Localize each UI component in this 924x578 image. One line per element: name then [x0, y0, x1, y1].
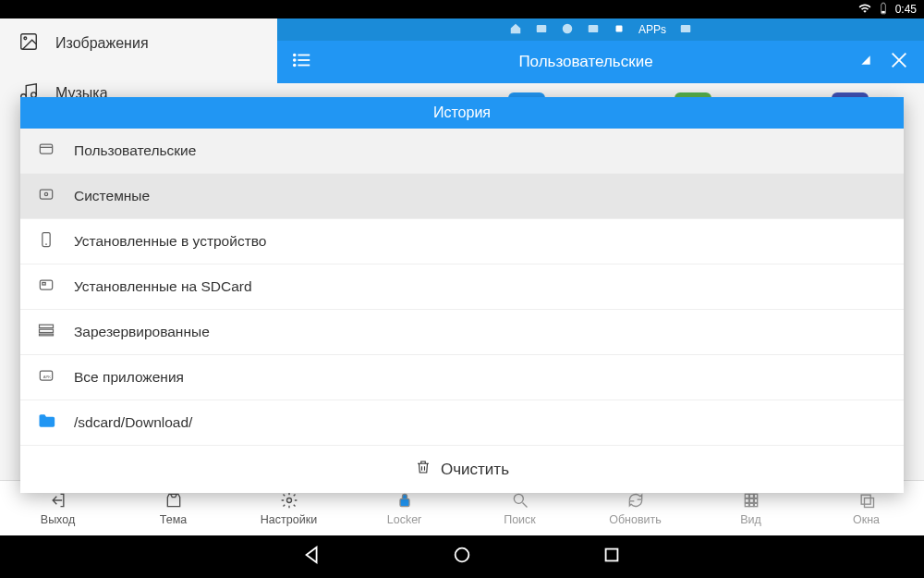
apps-user-icon: [37, 140, 55, 162]
svg-point-15: [294, 65, 296, 67]
apps-device-icon: [37, 230, 55, 252]
svg-rect-38: [745, 498, 748, 502]
svg-rect-37: [754, 494, 757, 498]
apps-apk-icon: APK: [37, 366, 55, 388]
status-time: 0:45: [895, 3, 917, 16]
history-item-all[interactable]: APK Все приложения: [20, 355, 904, 400]
history-item-sdcard[interactable]: Установленные на SDCard: [20, 264, 904, 310]
history-item-label: Системные: [74, 188, 150, 204]
svg-line-34: [522, 502, 527, 507]
battery-icon: [877, 2, 890, 18]
history-list: Пользовательские Системные Установленные…: [20, 129, 904, 446]
main-header: Пользовательские: [277, 41, 924, 83]
svg-rect-39: [749, 498, 753, 502]
svg-point-6: [563, 23, 573, 33]
svg-rect-36: [749, 494, 753, 498]
back-icon[interactable]: [302, 545, 322, 569]
globe-icon[interactable]: [561, 22, 574, 38]
clear-label: Очистить: [441, 461, 509, 479]
history-item-label: Установленные в устройство: [74, 233, 266, 250]
svg-rect-32: [400, 498, 409, 506]
history-item-system[interactable]: Системные: [20, 174, 904, 219]
folder-icon: [37, 412, 55, 434]
toolbar-label: Настройки: [261, 513, 317, 526]
svg-rect-9: [681, 24, 691, 31]
svg-rect-44: [861, 495, 870, 504]
apps-crumb-label[interactable]: APPs: [638, 23, 666, 36]
svg-point-31: [286, 498, 291, 502]
svg-rect-45: [864, 498, 873, 507]
svg-rect-8: [615, 25, 622, 31]
sidebar-item-images[interactable]: Изображения: [0, 18, 277, 68]
apps-sdcard-icon: [37, 276, 55, 298]
main-panel: APPs Пользовательские: [277, 18, 924, 83]
svg-rect-27: [40, 329, 54, 332]
wifi-icon: [858, 2, 871, 18]
history-item-label: Все приложения: [74, 369, 184, 386]
image-icon: [18, 31, 39, 55]
home-icon[interactable]: [509, 22, 522, 38]
sidebar-item-label: Изображения: [55, 35, 149, 52]
expand-icon[interactable]: [859, 54, 872, 70]
history-item-user[interactable]: Пользовательские: [20, 129, 904, 174]
svg-rect-26: [40, 325, 54, 327]
svg-rect-18: [40, 144, 52, 154]
card-icon[interactable]: [535, 22, 548, 38]
toolbar-label: Окна: [853, 513, 880, 526]
history-item-label: Пользовательские: [74, 142, 196, 159]
svg-rect-0: [881, 10, 885, 12]
home-nav-icon[interactable]: [452, 545, 472, 569]
toolbar-label: Обновить: [609, 513, 662, 526]
toolbar-label: Вид: [740, 513, 761, 526]
svg-rect-42: [749, 503, 753, 506]
history-item-label: /sdcard/Download/: [74, 414, 192, 431]
svg-text:APK: APK: [43, 375, 52, 379]
apps-system-icon: [37, 185, 55, 207]
close-icon[interactable]: [889, 50, 909, 74]
card2-icon[interactable]: [587, 22, 600, 38]
svg-rect-20: [40, 190, 52, 199]
clear-button[interactable]: Очистить: [20, 446, 904, 493]
history-modal: История Пользовательские Системные Устан…: [20, 97, 904, 493]
history-item-device[interactable]: Установленные в устройство: [20, 219, 904, 264]
svg-rect-7: [589, 24, 599, 31]
svg-point-33: [514, 494, 523, 503]
history-item-label: Зарезервированные: [74, 324, 210, 340]
history-item-label: Установленные на SDCard: [74, 278, 252, 295]
recent-icon[interactable]: [602, 545, 622, 569]
trash-icon: [415, 459, 432, 480]
list-icon[interactable]: [292, 50, 312, 74]
svg-point-2: [24, 37, 27, 40]
status-bar: 0:45: [0, 0, 924, 18]
toolbar-label: Выход: [41, 513, 75, 526]
svg-rect-43: [754, 503, 757, 506]
svg-rect-25: [43, 283, 45, 286]
main-header-title: Пользовательские: [312, 53, 859, 71]
svg-rect-41: [745, 503, 748, 506]
svg-point-14: [294, 59, 296, 61]
svg-point-21: [44, 192, 47, 195]
svg-rect-5: [537, 24, 547, 31]
svg-point-13: [294, 55, 296, 56]
card3-icon[interactable]: [679, 22, 692, 38]
robot-icon: [613, 22, 626, 38]
svg-rect-28: [40, 334, 54, 336]
toolbar-label: Поиск: [504, 513, 536, 526]
svg-rect-35: [745, 494, 748, 498]
apps-backup-icon: [37, 321, 55, 343]
toolbar-label: Тема: [160, 513, 187, 526]
svg-rect-40: [754, 498, 757, 502]
android-nav-bar: [0, 535, 924, 578]
history-item-download[interactable]: /sdcard/Download/: [20, 400, 904, 446]
svg-point-46: [456, 548, 469, 562]
modal-title: История: [20, 97, 904, 129]
history-item-backup[interactable]: Зарезервированные: [20, 310, 904, 355]
svg-rect-47: [606, 549, 618, 561]
breadcrumb-bar: APPs: [277, 18, 924, 41]
toolbar-label: Locker: [387, 513, 422, 526]
